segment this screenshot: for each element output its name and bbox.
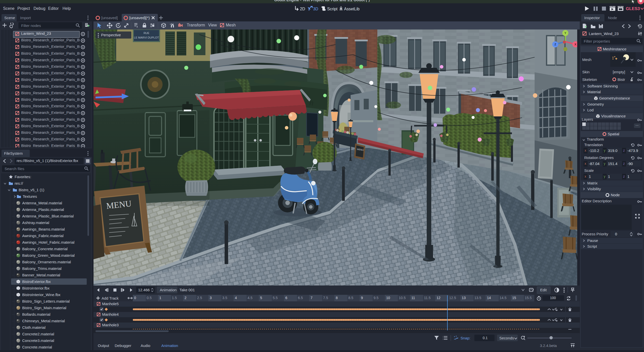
svg-text:LE MARVI DUPLOT: LE MARVI DUPLOT — [134, 36, 159, 39]
svg-text:X: X — [574, 43, 576, 46]
svg-text:GLES3: GLES3 — [626, 6, 640, 11]
svg-text:3D: 3D — [313, 7, 318, 11]
svg-text:2D: 2D — [300, 7, 305, 11]
svg-text:Script: Script — [327, 7, 338, 11]
svg-text:Y: Y — [564, 31, 566, 35]
svg-text:RUE: RUE — [143, 31, 149, 35]
svg-text:AssetLib: AssetLib — [344, 7, 359, 11]
svg-text:Z: Z — [555, 43, 556, 46]
